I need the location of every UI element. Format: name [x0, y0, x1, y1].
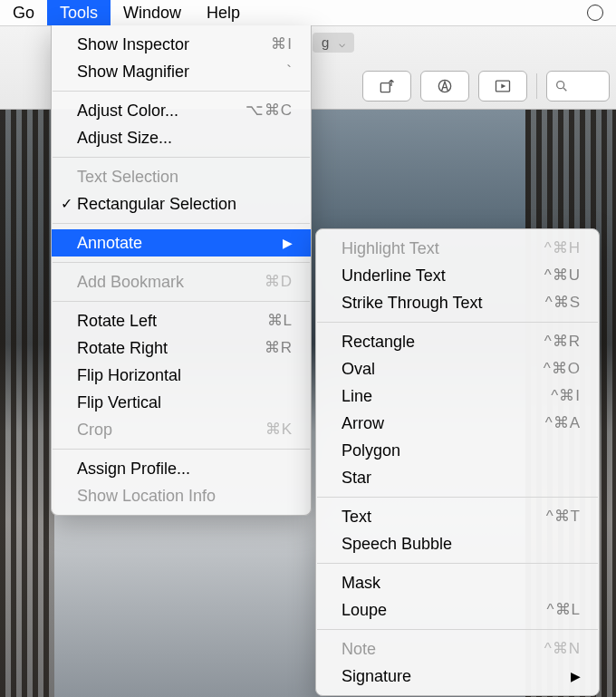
menu-item-label: Text [342, 503, 546, 530]
menu-item-star[interactable]: Star [316, 464, 599, 491]
menu-item-note: Note ^⌘N [316, 635, 599, 663]
menu-item-shortcut: ⌘R [265, 334, 293, 362]
menu-item-crop: Crop ⌘K [52, 416, 311, 443]
menubar: Go Tools Window Help [0, 0, 616, 26]
menu-item-label: Underline Text [342, 262, 544, 289]
menu-item-assign-profile[interactable]: Assign Profile... [52, 455, 311, 482]
toolbar-buttons [362, 71, 610, 102]
menu-item-label: Annotate [77, 229, 272, 257]
menu-item-shortcut: ⌥⌘C [245, 97, 293, 124]
window-title-text: g [322, 34, 329, 50]
toolbar-separator [536, 73, 537, 99]
submenu-arrow-icon: ▶ [283, 229, 293, 257]
markup-icon [436, 77, 454, 95]
menu-item-label: Rotate Left [77, 307, 267, 334]
annotate-submenu: Highlight Text ^⌘H Underline Text ^⌘U St… [315, 228, 600, 696]
menubar-item-tools[interactable]: Tools [47, 0, 111, 25]
rotate-icon [378, 77, 396, 95]
slideshow-icon [494, 77, 512, 95]
menu-item-shortcut: ^⌘N [544, 635, 581, 663]
menu-item-rotate-left[interactable]: Rotate Left ⌘L [52, 307, 311, 334]
menu-separator [53, 157, 310, 158]
menu-item-shortcut: ^⌘R [544, 328, 581, 355]
menu-item-label: Show Inspector [77, 31, 271, 58]
menu-item-shortcut: ^⌘T [546, 503, 581, 530]
menu-item-shortcut: ⌘L [267, 307, 293, 334]
menu-item-shortcut: ⌘I [271, 31, 293, 58]
menu-item-label: Flip Horizontal [77, 362, 293, 389]
menu-item-line[interactable]: Line ^⌘I [316, 382, 599, 410]
menu-item-show-magnifier[interactable]: Show Magnifier ` [52, 58, 311, 85]
menu-item-flip-vertical[interactable]: Flip Vertical [52, 389, 311, 416]
tools-menu: Show Inspector ⌘I Show Magnifier ` Adjus… [51, 25, 312, 516]
menu-separator [317, 497, 598, 498]
menu-item-mask[interactable]: Mask [316, 569, 599, 596]
menu-item-shortcut: ⌘K [265, 416, 293, 443]
menu-item-label: Adjust Color... [77, 97, 245, 124]
menu-separator [53, 91, 310, 92]
window-title-dropdown[interactable]: g ⌵ [313, 33, 354, 53]
menu-item-annotate[interactable]: Annotate ▶ [52, 229, 311, 257]
menu-item-flip-horizontal[interactable]: Flip Horizontal [52, 362, 311, 389]
menu-item-label: Show Location Info [77, 482, 293, 509]
menu-item-highlight-text: Highlight Text ^⌘H [316, 235, 599, 262]
menu-item-text-selection: Text Selection [52, 163, 311, 190]
menu-item-shortcut: ^⌘I [551, 382, 581, 410]
toolbar-search[interactable] [546, 71, 610, 102]
status-circle-icon [587, 5, 603, 21]
menu-separator [53, 449, 310, 450]
menu-item-label: Add Bookmark [77, 268, 265, 295]
menu-item-shortcut: ^⌘O [544, 355, 581, 382]
menu-item-adjust-size[interactable]: Adjust Size... [52, 124, 311, 151]
menu-item-label: Mask [342, 569, 581, 596]
menu-item-label: Rectangle [342, 328, 544, 355]
menubar-item-window[interactable]: Window [111, 0, 194, 25]
menu-item-speech-bubble[interactable]: Speech Bubble [316, 530, 599, 557]
menubar-item-help[interactable]: Help [194, 0, 253, 25]
menu-item-strike-through-text[interactable]: Strike Through Text ^⌘S [316, 289, 599, 316]
menu-item-label: Show Magnifier [77, 58, 286, 85]
menu-separator [317, 322, 598, 323]
menu-item-label: Line [342, 382, 551, 410]
menu-item-signature[interactable]: Signature ▶ [316, 663, 599, 690]
toolbar-button-rotate[interactable] [362, 71, 411, 102]
menu-item-label: Crop [77, 416, 265, 443]
menu-item-oval[interactable]: Oval ^⌘O [316, 355, 599, 382]
menu-item-label: Polygon [342, 437, 581, 464]
menu-item-label: Rotate Right [77, 334, 265, 362]
check-icon: ✓ [55, 190, 77, 218]
menu-item-shortcut: ^⌘S [545, 289, 581, 316]
menu-item-label: Note [342, 635, 544, 663]
menu-item-shortcut: ^⌘U [544, 262, 581, 289]
menu-item-shortcut: ` [286, 58, 293, 85]
menu-separator [53, 262, 310, 263]
menu-item-add-bookmark: Add Bookmark ⌘D [52, 268, 311, 295]
menu-item-shortcut: ^⌘H [544, 235, 581, 262]
menubar-item-go[interactable]: Go [0, 0, 47, 25]
menu-item-polygon[interactable]: Polygon [316, 437, 599, 464]
menu-item-text[interactable]: Text ^⌘T [316, 503, 599, 530]
menu-item-rectangle[interactable]: Rectangle ^⌘R [316, 328, 599, 355]
menu-item-label: Text Selection [77, 163, 293, 190]
menu-item-label: Speech Bubble [342, 530, 581, 557]
menu-item-underline-text[interactable]: Underline Text ^⌘U [316, 262, 599, 289]
menu-separator [317, 629, 598, 630]
menu-item-label: Rectangular Selection [77, 190, 293, 218]
menu-item-label: Flip Vertical [77, 389, 293, 416]
svg-rect-0 [380, 83, 390, 92]
menu-item-arrow[interactable]: Arrow ^⌘A [316, 410, 599, 437]
menu-item-label: Highlight Text [342, 235, 544, 262]
menu-separator [53, 223, 310, 224]
menu-separator [53, 301, 310, 302]
toolbar-button-slideshow[interactable] [478, 71, 527, 102]
menu-item-rectangular-selection[interactable]: ✓ Rectangular Selection [52, 190, 311, 218]
menu-item-rotate-right[interactable]: Rotate Right ⌘R [52, 334, 311, 362]
menu-item-label: Assign Profile... [77, 455, 293, 482]
menu-item-loupe[interactable]: Loupe ^⌘L [316, 596, 599, 624]
menu-item-show-inspector[interactable]: Show Inspector ⌘I [52, 31, 311, 58]
menu-item-label: Strike Through Text [342, 289, 545, 316]
menu-item-adjust-color[interactable]: Adjust Color... ⌥⌘C [52, 97, 311, 124]
toolbar-button-markup[interactable] [420, 71, 469, 102]
menu-item-label: Star [342, 464, 581, 491]
menu-item-shortcut: ⌘D [265, 268, 293, 295]
